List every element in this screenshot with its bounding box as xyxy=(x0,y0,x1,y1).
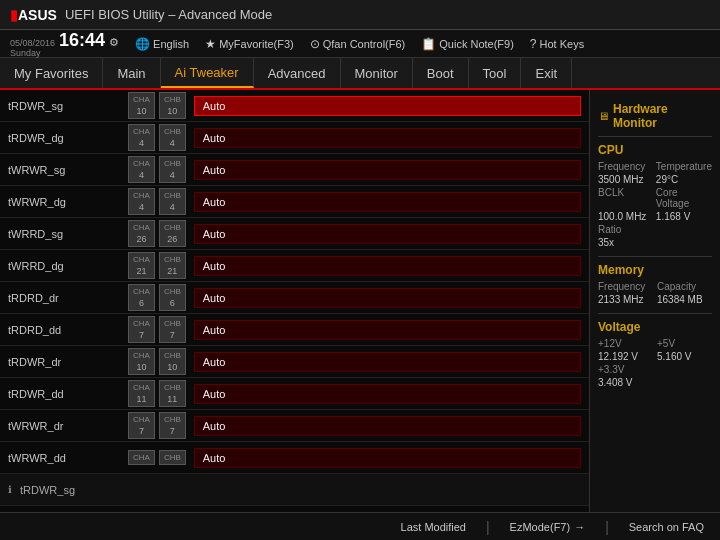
hw-monitor-title: Hardware Monitor xyxy=(613,102,712,130)
time-settings-icon[interactable]: ⚙ xyxy=(109,36,119,49)
setting-value[interactable]: Auto xyxy=(194,160,581,180)
chb-badge: CHB4 xyxy=(159,188,186,216)
setting-row-trdwr-dr[interactable]: tRDWR_dr CHA10 CHB10 Auto xyxy=(0,346,589,378)
fan-icon: ⊙ xyxy=(310,37,320,51)
setting-badges: CHA CHB xyxy=(128,450,186,465)
setting-name: tRDWR_dr xyxy=(8,356,128,368)
arrow-right-icon: → xyxy=(574,521,585,533)
bottom-bar: Last Modified | EzMode(F7) → | Search on… xyxy=(0,512,720,540)
setting-row-trdwr-sg-1[interactable]: tRDWR_sg CHA10 CHB10 Auto xyxy=(0,90,589,122)
setting-value[interactable]: Auto xyxy=(194,416,581,436)
chb-badge: CHB7 xyxy=(159,316,186,344)
corevolt-label: Core Voltage xyxy=(656,187,712,209)
setting-value[interactable]: Auto xyxy=(194,224,581,244)
cpu-temp-value: 29°C xyxy=(656,174,712,185)
divider-2: | xyxy=(605,519,609,535)
setting-badges: CHA26 CHB26 xyxy=(128,220,186,248)
ezmode-btn[interactable]: EzMode(F7) → xyxy=(510,521,586,533)
corevolt-value: 1.168 V xyxy=(656,211,712,222)
hw-monitor-header: 🖥 Hardware Monitor xyxy=(598,102,712,130)
setting-value[interactable]: Auto xyxy=(194,352,581,372)
last-modified-btn[interactable]: Last Modified xyxy=(401,521,466,533)
nav-advanced[interactable]: Advanced xyxy=(254,58,341,88)
v12-label: +12V xyxy=(598,338,653,349)
setting-row-trdrd-dd[interactable]: tRDRD_dd CHA7 CHB7 Auto xyxy=(0,314,589,346)
mem-cap-value: 16384 MB xyxy=(657,294,712,305)
language-btn[interactable]: 🌐 English xyxy=(135,37,189,51)
chb-badge: CHB26 xyxy=(159,220,186,248)
setting-badges: CHA6 CHB6 xyxy=(128,284,186,312)
setting-name: tRDWR_dd xyxy=(8,388,128,400)
setting-row-twrrd-sg[interactable]: tWRRD_sg CHA26 CHB26 Auto xyxy=(0,218,589,250)
setting-name: tRDWR_dg xyxy=(8,132,128,144)
setting-row-trdwr-dg[interactable]: tRDWR_dg CHA4 CHB4 Auto xyxy=(0,122,589,154)
nav-bar: My Favorites Main Ai Tweaker Advanced Mo… xyxy=(0,58,720,90)
cha-badge: CHA xyxy=(128,450,155,465)
chb-badge: CHB10 xyxy=(159,348,186,376)
setting-name: tWRWR_dg xyxy=(8,196,128,208)
v33-label: +3.3V xyxy=(598,364,653,375)
nav-boot[interactable]: Boot xyxy=(413,58,469,88)
time-display: 16:44 xyxy=(59,30,105,51)
chb-badge: CHB21 xyxy=(159,252,186,280)
nav-tool[interactable]: Tool xyxy=(469,58,522,88)
setting-value[interactable]: Auto xyxy=(194,192,581,212)
cha-badge: CHA4 xyxy=(128,156,155,184)
setting-row-twrrd-dg[interactable]: tWRRD_dg CHA21 CHB21 Auto xyxy=(0,250,589,282)
setting-row-twrwr-dr[interactable]: tWRWR_dr CHA7 CHB7 Auto xyxy=(0,410,589,442)
hotkeys-btn[interactable]: ? Hot Keys xyxy=(530,37,584,51)
setting-name: tRDRD_dr xyxy=(8,292,128,304)
nav-exit[interactable]: Exit xyxy=(521,58,572,88)
cha-badge: CHA21 xyxy=(128,252,155,280)
search-faq-btn[interactable]: Search on FAQ xyxy=(629,521,704,533)
chb-badge: CHB4 xyxy=(159,124,186,152)
setting-value[interactable]: Auto xyxy=(194,448,581,468)
setting-row-twrwr-dd[interactable]: tWRWR_dd CHA CHB Auto xyxy=(0,442,589,474)
ratio-label: Ratio xyxy=(598,224,652,235)
mem-freq-label: Frequency xyxy=(598,281,653,292)
qfan-btn[interactable]: ⊙ Qfan Control(F6) xyxy=(310,37,406,51)
asus-logo: ▮ASUS xyxy=(10,7,57,23)
setting-value[interactable]: Auto xyxy=(194,96,581,116)
info-icon: ℹ xyxy=(8,484,12,495)
setting-value[interactable]: Auto xyxy=(194,320,581,340)
setting-row-trdrd-dr[interactable]: tRDRD_dr CHA6 CHB6 Auto xyxy=(0,282,589,314)
setting-row-twrwr-sg[interactable]: tWRWR_sg CHA4 CHB4 Auto xyxy=(0,154,589,186)
main-content: tRDWR_sg CHA10 CHB10 Auto tRDWR_dg CHA4 … xyxy=(0,90,720,512)
setting-row-twrwr-dg[interactable]: tWRWR_dg CHA4 CHB4 Auto xyxy=(0,186,589,218)
day-display: Sunday xyxy=(10,48,55,58)
chb-badge: CHB xyxy=(159,450,186,465)
setting-value[interactable]: Auto xyxy=(194,256,581,276)
setting-badges: CHA4 CHB4 xyxy=(128,124,186,152)
cha-badge: CHA4 xyxy=(128,124,155,152)
divider-1: | xyxy=(486,519,490,535)
bclk-value: 100.0 MHz xyxy=(598,211,652,222)
setting-badges: CHA7 CHB7 xyxy=(128,412,186,440)
language-icon: 🌐 xyxy=(135,37,150,51)
key-icon: ? xyxy=(530,37,537,51)
myfavorite-btn[interactable]: ★ MyFavorite(F3) xyxy=(205,37,294,51)
bottom-setting-label: tRDWR_sg xyxy=(20,484,75,496)
ratio-empty xyxy=(656,224,712,235)
cha-badge: CHA10 xyxy=(128,348,155,376)
chb-badge: CHB10 xyxy=(159,92,186,120)
quicknote-btn[interactable]: 📋 Quick Note(F9) xyxy=(421,37,514,51)
cha-badge: CHA7 xyxy=(128,412,155,440)
setting-name: tWRRD_dg xyxy=(8,260,128,272)
nav-my-favorites[interactable]: My Favorites xyxy=(0,58,103,88)
setting-value[interactable]: Auto xyxy=(194,128,581,148)
nav-main[interactable]: Main xyxy=(103,58,160,88)
title-text: UEFI BIOS Utility – Advanced Mode xyxy=(65,7,272,22)
chb-badge: CHB6 xyxy=(159,284,186,312)
nav-ai-tweaker[interactable]: Ai Tweaker xyxy=(161,58,254,88)
settings-panel[interactable]: tRDWR_sg CHA10 CHB10 Auto tRDWR_dg CHA4 … xyxy=(0,90,590,512)
setting-value[interactable]: Auto xyxy=(194,384,581,404)
setting-name: tRDRD_dd xyxy=(8,324,128,336)
chb-badge: CHB4 xyxy=(159,156,186,184)
setting-badges: CHA10 CHB10 xyxy=(128,348,186,376)
nav-monitor[interactable]: Monitor xyxy=(341,58,413,88)
setting-row-trdwr-dd[interactable]: tRDWR_dd CHA11 CHB11 Auto xyxy=(0,378,589,410)
setting-value[interactable]: Auto xyxy=(194,288,581,308)
cha-badge: CHA6 xyxy=(128,284,155,312)
freq-label: Frequency xyxy=(598,161,652,172)
